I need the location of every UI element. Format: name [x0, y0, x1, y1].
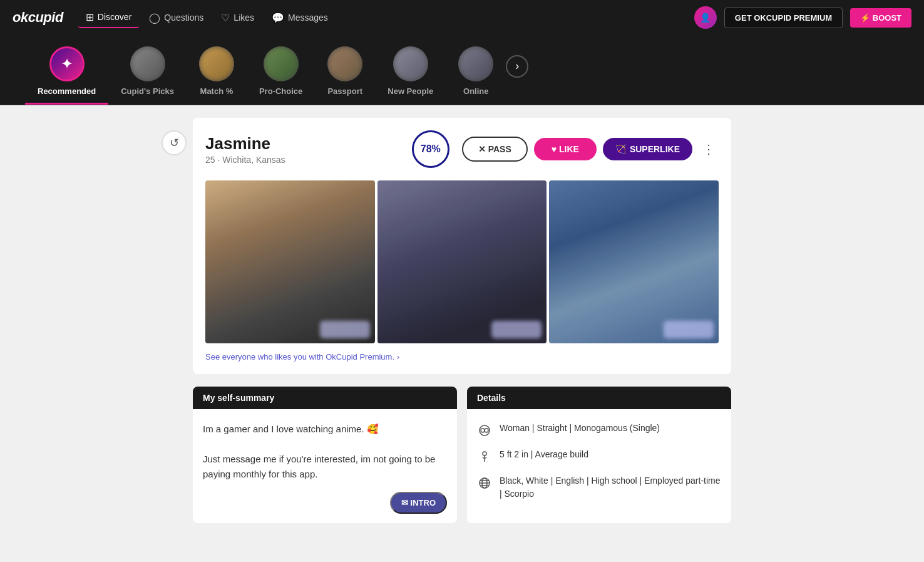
app-logo: okcupid [13, 9, 63, 26]
likes-icon: ♡ [221, 12, 230, 24]
profile-card-wrapper: ↺ Jasmine 25 · Wichita, Kansas 78% ✕ PAS… [193, 118, 731, 374]
premium-button[interactable]: GET OKCUPID PREMIUM [724, 8, 843, 28]
nav-messages[interactable]: 💬 Messages [264, 8, 336, 28]
photo-badge-1 [320, 321, 370, 338]
boost-button[interactable]: ⚡ BOOST [850, 8, 911, 28]
nav-discover[interactable]: ⊞ Discover [78, 8, 139, 28]
pass-button[interactable]: ✕ PASS [462, 137, 528, 162]
online-icon [458, 46, 493, 81]
svg-point-1 [481, 429, 485, 432]
recommended-icon: ✦ [49, 46, 85, 81]
match-percent-circle: 78% [412, 130, 449, 168]
undo-button[interactable]: ↺ [162, 130, 187, 155]
header-right: 👤 GET OKCUPID PREMIUM ⚡ BOOST [694, 6, 911, 29]
detail-orientation: Woman | Straight | Monogamous (Single) [477, 422, 721, 438]
photo-badge-2 [491, 321, 542, 338]
intro-button[interactable]: ✉ INTRO [390, 492, 447, 514]
header: okcupid ⊞ Discover ◯ Questions ♡ Likes 💬… [0, 0, 924, 35]
category-passport[interactable]: Passport [315, 41, 375, 105]
category-passport-label: Passport [327, 86, 362, 96]
self-summary-para-1: Im a gamer and I love watching anime. 🥰 [203, 422, 447, 437]
more-options-button[interactable]: ⋮ [699, 139, 719, 159]
svg-point-3 [483, 452, 486, 455]
self-summary-card: My self-summary Im a gamer and I love wa… [193, 387, 457, 523]
category-online-label: Online [463, 86, 488, 96]
details-body: Woman | Straight | Monogamous (Single) 5… [467, 409, 731, 523]
nav-likes-label: Likes [234, 13, 254, 23]
category-new-people-label: New People [388, 86, 433, 96]
nav-messages-label: Messages [288, 13, 328, 23]
photo-badge-3 [664, 321, 714, 338]
detail-height-text: 5 ft 2 in | Average build [500, 448, 588, 461]
superlike-icon: 🏹 [615, 144, 626, 154]
discover-icon: ⊞ [86, 11, 94, 23]
messages-icon: 💬 [272, 12, 284, 24]
category-cupids-label: Cupid's Picks [121, 86, 174, 96]
superlike-label: SUPERLIKE [630, 144, 680, 154]
self-summary-text: Im a gamer and I love watching anime. 🥰 … [203, 422, 447, 482]
main-nav: ⊞ Discover ◯ Questions ♡ Likes 💬 Message… [78, 8, 689, 28]
category-pro-choice-label: Pro-Choice [259, 86, 302, 96]
profile-photo-3[interactable] [549, 180, 719, 343]
details-header: Details [467, 387, 731, 409]
category-match[interactable]: Match % [187, 41, 247, 105]
like-button[interactable]: ♥ LIKE [534, 138, 597, 160]
category-next-button[interactable]: › [506, 55, 528, 78]
premium-link[interactable]: See everyone who likes you with OkCupid … [205, 352, 719, 362]
category-cupids-picks[interactable]: Cupid's Picks [108, 41, 187, 105]
detail-height: 5 ft 2 in | Average build [477, 448, 721, 464]
profile-card: Jasmine 25 · Wichita, Kansas 78% ✕ PASS … [193, 118, 731, 374]
details-card: Details Woman | Straight | Monogamous (S… [467, 387, 731, 523]
category-recommended[interactable]: ✦ Recommended [25, 41, 108, 105]
detail-orientation-text: Woman | Straight | Monogamous (Single) [500, 422, 660, 435]
globe-icon [477, 476, 492, 491]
category-online[interactable]: Online [446, 41, 506, 105]
profile-header: Jasmine 25 · Wichita, Kansas 78% ✕ PASS … [205, 130, 719, 168]
match-icon [199, 46, 234, 81]
category-recommended-label: Recommended [38, 86, 96, 96]
height-icon [477, 449, 492, 464]
superlike-button[interactable]: 🏹 SUPERLIKE [603, 138, 692, 160]
svg-point-2 [485, 429, 488, 432]
cupids-picks-icon [130, 46, 165, 81]
photo-grid [205, 180, 719, 343]
category-bar: ✦ Recommended Cupid's Picks Match % Pro-… [0, 35, 924, 105]
new-people-icon [393, 46, 428, 81]
avatar[interactable]: 👤 [694, 6, 717, 29]
action-buttons: ✕ PASS ♥ LIKE 🏹 SUPERLIKE ⋮ [462, 137, 719, 162]
category-pro-choice[interactable]: Pro-Choice [247, 41, 315, 105]
passport-icon [327, 46, 362, 81]
nav-questions[interactable]: ◯ Questions [141, 8, 211, 28]
profile-photo-2[interactable] [377, 180, 547, 343]
category-new-people[interactable]: New People [375, 41, 446, 105]
profile-name: Jasmine [205, 134, 399, 154]
questions-icon: ◯ [149, 12, 160, 24]
self-summary-para-2: Just message me if you're interested, im… [203, 452, 447, 482]
profile-age-location: 25 · Wichita, Kansas [205, 155, 399, 165]
profile-sections: My self-summary Im a gamer and I love wa… [193, 387, 731, 523]
orientation-icon [477, 423, 492, 438]
profile-name-section: Jasmine 25 · Wichita, Kansas [205, 134, 399, 165]
profile-photo-1[interactable] [205, 180, 375, 343]
self-summary-header: My self-summary [193, 387, 457, 409]
nav-discover-label: Discover [98, 12, 131, 22]
detail-background-text: Black, White | English | High school | E… [500, 474, 721, 501]
pro-choice-icon [264, 46, 299, 81]
category-match-label: Match % [200, 86, 234, 96]
nav-questions-label: Questions [164, 13, 203, 23]
detail-background: Black, White | English | High school | E… [477, 474, 721, 501]
main-content: ↺ Jasmine 25 · Wichita, Kansas 78% ✕ PAS… [180, 118, 744, 523]
nav-likes[interactable]: ♡ Likes [213, 8, 262, 28]
self-summary-body: Im a gamer and I love watching anime. 🥰 … [193, 409, 457, 494]
